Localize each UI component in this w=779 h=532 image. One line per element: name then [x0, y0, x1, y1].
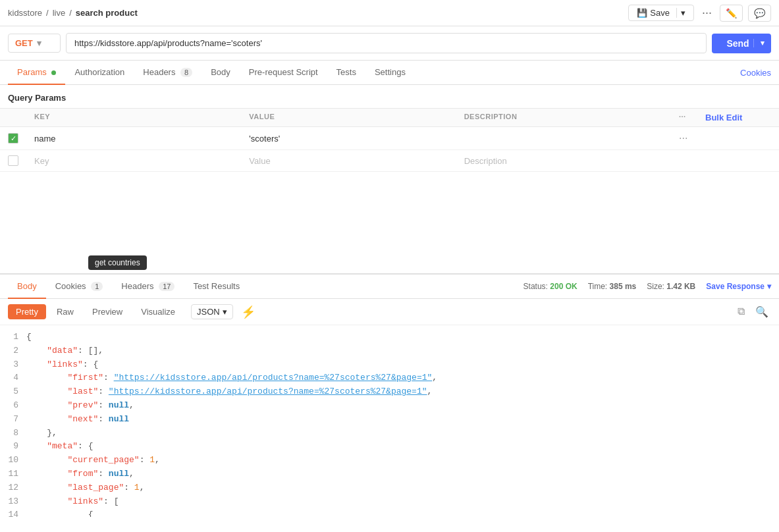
fmt-tab-raw[interactable]: Raw [49, 304, 82, 319]
tab-authorization-label: Authorization [74, 67, 124, 77]
row2-checkbox[interactable] [8, 155, 34, 166]
code-line-12: "last_page": 1, [26, 481, 774, 495]
save-button[interactable]: 💾 Save ▾ [628, 5, 694, 21]
save-icon: 💾 [637, 8, 647, 18]
line-numbers: 12345678910111213141516 [0, 331, 26, 512]
res-tab-headers[interactable]: Headers 17 [112, 275, 184, 299]
method-select[interactable]: GET ▾ [8, 34, 61, 53]
tab-params[interactable]: Params [8, 61, 65, 85]
code-line-5: "last": "https://kidsstore.app/api/produ… [26, 385, 774, 399]
tab-headers[interactable]: Headers 8 [134, 61, 201, 85]
headers-badge: 8 [180, 68, 192, 77]
code-line-9: "meta": { [26, 440, 774, 454]
code-line-3: "links": { [26, 358, 774, 372]
more-options-button[interactable]: ··· [699, 6, 714, 20]
tab-body-label: Body [211, 67, 230, 77]
breadcrumb-sep1: / [46, 8, 49, 18]
code-line-8: }, [26, 427, 774, 440]
code-line-1: { [26, 331, 774, 344]
method-label: GET [15, 38, 33, 48]
format-tabs: Pretty Raw Preview Visualize JSON ▾ ⚡ ⧉ … [0, 299, 779, 325]
top-bar: kidsstore / live / search product 💾 Save… [0, 0, 779, 26]
send-button[interactable]: Send ▾ [712, 34, 771, 53]
copy-icon[interactable]: ⧉ [735, 304, 747, 319]
code-line-4: "first": "https://kidsstore.app/api/prod… [26, 371, 774, 385]
row2-check[interactable] [8, 155, 18, 166]
res-tab-testresults[interactable]: Test Results [184, 275, 249, 299]
params-section: Query Params KEY VALUE DESCRIPTION ··· B… [0, 85, 779, 172]
row1-checkbox[interactable] [8, 133, 34, 144]
fmt-tab-preview[interactable]: Preview [84, 304, 130, 319]
status-value: 200 OK [550, 282, 577, 291]
response-tabs: Body Cookies 1 Headers 17 Test Results S… [0, 275, 779, 299]
save-response-button[interactable]: Save Response ▾ [706, 282, 771, 291]
row2-description[interactable]: Description [464, 156, 679, 166]
time-value: 385 ms [610, 282, 637, 291]
url-bar: GET ▾ Send ▾ [0, 26, 779, 61]
table-row: name 'scoters' ··· [0, 127, 779, 150]
send-chevron-icon[interactable]: ▾ [753, 39, 771, 47]
code-line-2: "data": [], [26, 344, 774, 358]
breadcrumb-part2[interactable]: live [53, 8, 66, 18]
save-res-chevron-icon: ▾ [767, 282, 771, 291]
response-section: Body Cookies 1 Headers 17 Test Results S… [0, 273, 779, 532]
tab-tests[interactable]: Tests [327, 61, 365, 85]
comment-button[interactable]: 💬 [748, 5, 771, 22]
tab-prerequest[interactable]: Pre-request Script [240, 61, 327, 85]
res-tab-headers-label: Headers [121, 281, 153, 291]
row1-key[interactable]: name [34, 134, 249, 144]
breadcrumb-sep2: / [69, 8, 72, 18]
filter-icon[interactable]: ⚡ [241, 305, 255, 319]
res-headers-badge: 17 [159, 282, 175, 291]
send-label: Send [712, 38, 753, 49]
tab-body[interactable]: Body [201, 61, 240, 85]
request-tabs: Params Authorization Headers 8 Body Pre-… [0, 61, 779, 85]
json-format-select[interactable]: JSON ▾ [191, 304, 233, 319]
first-link[interactable]: "https://kidsstore.app/api/products?name… [114, 373, 433, 383]
size-value: 1.42 KB [666, 282, 695, 291]
row1-more-button[interactable]: ··· [679, 132, 705, 144]
tab-authorization[interactable]: Authorization [65, 61, 134, 85]
table-row: Key Value Description [0, 150, 779, 172]
fmt-tab-pretty[interactable]: Pretty [8, 304, 46, 319]
tab-params-label: Params [17, 67, 47, 77]
row2-key[interactable]: Key [34, 156, 249, 166]
fmt-tab-visualize[interactable]: Visualize [133, 304, 183, 319]
res-tab-body[interactable]: Body [8, 275, 46, 299]
row2-value[interactable]: Value [249, 156, 464, 166]
time-label: Time: 385 ms [588, 282, 637, 291]
code-line-7: "next": null [26, 413, 774, 427]
edit-button[interactable]: ✏️ [720, 5, 743, 22]
res-tab-testresults-label: Test Results [193, 281, 240, 291]
params-active-dot [51, 70, 56, 75]
url-input[interactable] [66, 33, 707, 53]
code-line-6: "prev": null, [26, 399, 774, 413]
save-chevron-icon[interactable]: ▾ [676, 8, 685, 18]
row1-value[interactable]: 'scoters' [249, 134, 464, 144]
tab-prerequest-label: Pre-request Script [249, 67, 318, 77]
method-chevron-icon: ▾ [37, 38, 41, 48]
breadcrumb-part1[interactable]: kidsstore [8, 8, 42, 18]
breadcrumb: kidsstore / live / search product [8, 8, 138, 18]
code-line-11: "from": null, [26, 467, 774, 481]
bulk-edit-col-header[interactable]: Bulk Edit [705, 113, 771, 122]
code-line-14: { [26, 508, 774, 517]
search-icon[interactable]: 🔍 [753, 304, 771, 319]
top-actions: 💾 Save ▾ ··· ✏️ 💬 [628, 5, 771, 22]
last-link[interactable]: "https://kidsstore.app/api/products?name… [109, 386, 427, 396]
code-content: { "data": [], "links": { "first": "https… [26, 331, 779, 512]
check-col-header [8, 113, 34, 122]
res-tab-cookies[interactable]: Cookies 1 [46, 275, 113, 299]
query-params-title: Query Params [0, 93, 779, 108]
json-format-chevron-icon: ▾ [223, 307, 227, 317]
tab-headers-label: Headers [143, 67, 175, 77]
tab-settings[interactable]: Settings [365, 61, 415, 85]
more-col-header: ··· [679, 113, 705, 122]
cookies-link[interactable]: Cookies [740, 61, 771, 84]
response-status: Status: 200 OK Time: 385 ms Size: 1.42 K… [524, 282, 771, 291]
format-icons: ⧉ 🔍 [735, 304, 771, 319]
tab-settings-label: Settings [375, 67, 406, 77]
desc-col-header: DESCRIPTION [464, 113, 679, 122]
row1-check[interactable] [8, 133, 18, 144]
size-label: Size: 1.42 KB [647, 282, 695, 291]
